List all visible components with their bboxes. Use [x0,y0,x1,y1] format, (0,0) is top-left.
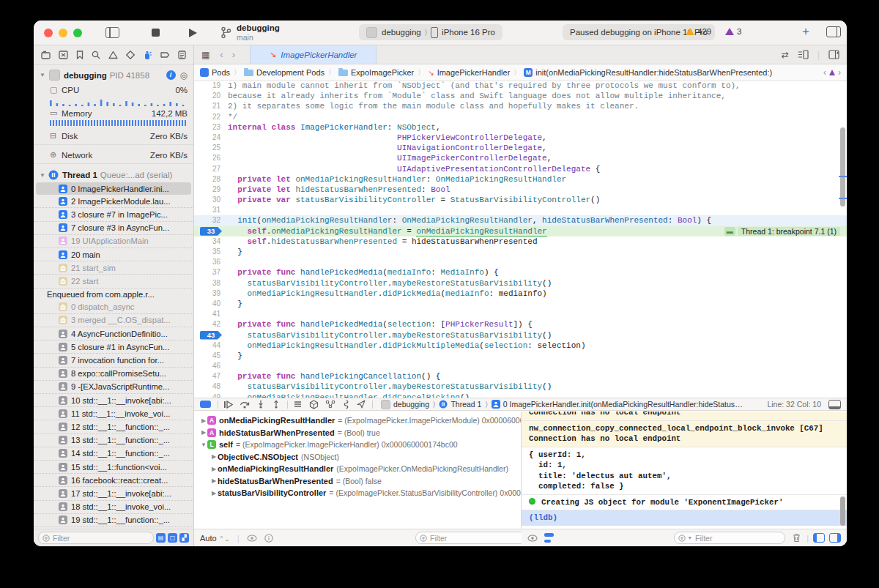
stack-frame-item[interactable]: 19 std::__1::__function::_... [34,514,193,527]
code-line[interactable]: 41 [194,309,847,319]
stack-frame-item[interactable]: 15 std::__1::function<voi... [34,461,193,474]
crumb-thread[interactable]: Thread 1 [450,400,481,409]
disclosure-open-icon[interactable]: ▼ [40,172,45,179]
breadcrumb-item[interactable]: init(onMediaPickingResultHandler:hideSta… [535,68,772,77]
editor-scrollbar[interactable] [840,127,845,206]
disclosure-open-icon[interactable]: ▼ [40,72,45,78]
code-line[interactable]: 37 private func handlePickedMedia(mediaI… [194,267,847,278]
thread-row[interactable]: ▼ Thread 1 Queue:...ad (serial) [34,166,193,182]
project-navigator-icon[interactable] [41,51,51,59]
view-debugger-icon[interactable] [293,400,303,409]
target-icon[interactable]: ◎ [180,70,188,81]
breakpoints-toggle-icon[interactable] [200,401,211,408]
zoom-window-button[interactable] [73,29,82,37]
gauge-row-disk[interactable]: ⊟DiskZero KB/s [34,128,193,142]
console-scrollbar[interactable] [840,496,845,526]
code-line[interactable]: 38 statusBarVisibilityController.maybeRe… [194,278,847,289]
breakpoint-navigator-icon[interactable] [160,51,170,59]
code-line[interactable]: 26 UIImagePickerControllerDelegate, [194,153,847,163]
disclosure-icon[interactable]: ▶ [210,466,218,472]
code-line[interactable]: 25 UINavigationControllerDelegate, [194,143,847,153]
stack-frame-item[interactable]: 16 facebook::react::creat... [34,474,193,487]
process-row[interactable]: ▼ debugging PID 41858 i ◎ [34,65,193,82]
scheme-selector[interactable]: debugging 〉 iPhone 16 Pro [359,24,502,40]
breadcrumb-item[interactable]: Development Pods [256,68,324,77]
stack-frame-item[interactable]: 0 ImagePickerHandler.ini... [36,182,191,195]
stack-frame-item[interactable]: 12 std::__1::__function::_... [34,420,193,433]
run-button[interactable] [189,29,197,37]
show-console-toggle[interactable] [829,533,841,543]
forward-button[interactable]: › [232,49,235,60]
crumb-process[interactable]: debugging [393,400,429,409]
variable-row[interactable]: ▶onMediaPickingResultHandler(ExpoImagePi… [194,463,521,475]
stack-frame-item[interactable]: 4 AsyncFunctionDefinitio... [34,327,193,340]
gauge-row-memory[interactable]: ▭Memory142,2 MB [34,105,193,119]
code-review-icon[interactable]: ⇄ [782,50,789,60]
stack-frame-item[interactable]: 10 std::__1::__invoke[abi:... [34,394,193,407]
navigator-filter-field[interactable]: Filter [38,532,154,544]
add-editor-icon[interactable] [828,50,839,59]
disclosure-icon[interactable]: ▶ [210,490,218,496]
stack-frame-item[interactable]: 22 start [34,275,193,288]
code-line[interactable]: 36 [194,257,847,267]
runtime-issues-badge[interactable]: 3 [725,27,741,36]
stack-frame-item[interactable]: 14 std::__1::__function::_... [34,447,193,461]
code-line[interactable]: 212) it separates some logic from the ma… [194,101,847,111]
code-line[interactable]: 40 } [194,299,847,309]
scope-selector[interactable]: Auto ⌃⌄ [200,534,230,543]
eye-icon[interactable] [247,535,257,542]
library-plus-button[interactable]: ＋ [800,24,812,40]
stack-frame-item[interactable]: 19 UIApplicationMain [34,235,193,248]
close-window-button[interactable] [44,29,53,37]
code-line[interactable]: 33 self.onMediaPickingResultHandler = on… [194,226,847,237]
breadcrumb-item[interactable]: ImagePickerHandler [437,68,511,77]
stack-frame-item[interactable]: 2 ImagePickerModule.lau... [34,195,193,208]
next-issue-icon[interactable]: › [838,67,841,78]
memory-graph-icon[interactable] [309,400,319,409]
code-line[interactable]: 46 [194,361,847,371]
gauge-row-network[interactable]: ⊕NetworkZero KB/s [34,147,193,161]
back-button[interactable]: ‹ [220,49,223,60]
stack-frame-item[interactable]: 7 invocation function for... [34,354,193,367]
stack-frame-item[interactable]: 21 start_sim [34,261,193,275]
stack-frame-item[interactable]: 8 expo::callPromiseSetu... [34,368,193,381]
variable-row[interactable]: ▶statusBarVisibilityController= (ExpoIma… [194,487,521,499]
stack-frame-item[interactable]: 3 closure #7 in ImagePic... [34,208,193,221]
variable-row[interactable]: ▶AonMediaPickingResultHandler= (ExpoImag… [194,414,521,427]
stack-frame-item[interactable]: 9 -[EXJavaScriptRuntime... [34,381,193,394]
gauge-row-cpu[interactable]: ▢CPU0% [34,82,193,96]
code-line[interactable]: 35 } [194,247,847,257]
info-circle-icon[interactable] [264,534,273,543]
variable-row[interactable]: ▶AhideStatusBarWhenPresented= (Bool) tru… [194,427,521,439]
code-line[interactable]: 22*/ [194,112,847,122]
disclosure-icon[interactable]: ▼ [200,442,207,448]
toggle-navigator-icon[interactable] [105,27,119,38]
stack-frame-item[interactable]: 20 main [34,248,193,261]
hide-debug-area-icon[interactable] [828,400,841,409]
disclosure-icon[interactable]: ▶ [200,429,207,436]
report-navigator-icon[interactable] [178,51,186,59]
code-line[interactable]: 20because it already inherits from `Modu… [194,91,847,101]
stack-frame-item[interactable]: 5 closure #1 in AsyncFun... [34,340,193,354]
code-line[interactable]: 29 private let hideStatusBarWhenPresente… [194,185,847,195]
source-control-navigator-icon[interactable] [59,51,68,59]
editor-layout-button[interactable] [826,26,841,37]
warnings-badge[interactable]: 429 [686,27,711,36]
console-block[interactable]: nw_connection_copy_connected_local_endpo… [522,421,847,447]
code-line[interactable]: 39 onMediaPickingResultHandler.didPickMe… [194,289,847,299]
bookmark-navigator-icon[interactable] [76,51,84,59]
stack-frame-item[interactable]: 17 std::__1::__invoke[abi:... [34,487,193,500]
console-output-selector-icon[interactable] [544,532,555,543]
search-navigator-icon[interactable] [92,51,100,59]
stack-frame-item[interactable]: 18 std::__1::__invoke_voi... [34,501,193,514]
console-block[interactable]: Connection has no local endpoint [522,412,847,421]
variables-view[interactable]: ▶AonMediaPickingResultHandler= (ExpoImag… [194,412,522,529]
stack-frame-item[interactable]: 7 closure #3 in AsyncFun... [34,222,193,235]
console-block[interactable]: { userId: 1, id: 1, title: 'delectus aut… [522,447,847,495]
stack-frame-item[interactable]: 0 dispatch_async [34,301,193,314]
eye-icon[interactable] [527,535,538,542]
disclosure-icon[interactable]: ▶ [200,417,207,424]
info-icon[interactable]: i [166,70,176,80]
code-line[interactable]: 24 PHPickerViewControllerDelegate, [194,133,847,143]
execution-point-badge[interactable]: ▬Thread 1: breakpoint 7.1 (1) [724,227,840,237]
